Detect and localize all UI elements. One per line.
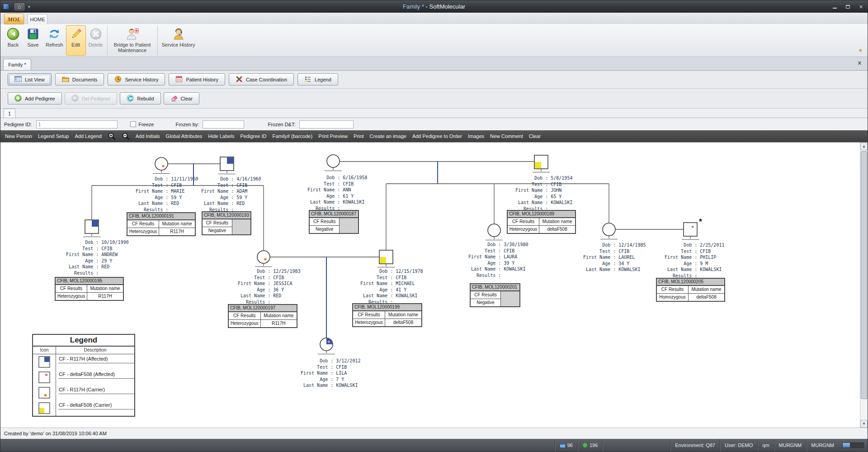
results-cell: deltaF508	[539, 226, 575, 233]
menu-item-images[interactable]: Images	[468, 133, 484, 139]
person-field-last-name: Last Name : RED	[201, 200, 261, 207]
status-item-murgnm-2: MURGNM	[806, 439, 839, 452]
person-field-first-name: First Name : PHILIP	[665, 254, 724, 261]
results-col-header: Mutation name	[385, 311, 421, 319]
edit-icon	[69, 27, 83, 41]
menu-item-add-pedigree-to-order[interactable]: Add Pedigree to Order	[412, 133, 462, 139]
pedigree-canvas[interactable]: * Dob : 11/11/1960 Test : CFIBFirst Name…	[0, 143, 860, 428]
quick-access-dropdown-icon[interactable]: ▾	[28, 5, 30, 9]
results-table-header: CF ResultsMutation name	[56, 285, 123, 293]
ribbon-button-bridge-to-patient-maintenance[interactable]: Bridge to Patient Maintenance	[107, 25, 156, 56]
scrollbar-thumb[interactable]	[861, 151, 867, 399]
view-button-documents[interactable]: Documents	[55, 73, 104, 86]
results-table-header: CF ResultsMutation name	[657, 286, 724, 294]
pedigree-symbol-ann[interactable]	[327, 155, 340, 167]
maximize-button[interactable]	[841, 0, 854, 13]
pedigree-id-input[interactable]	[36, 120, 118, 128]
ribbon-button-label: Edit	[71, 42, 80, 48]
menu-item-family-barcode[interactable]: Family# (barcode)	[273, 133, 313, 139]
ribbon-button-edit[interactable]: Edit	[66, 25, 86, 56]
menu-item-create-an-image[interactable]: Create an image	[370, 133, 406, 139]
results-col-header: Mutation name	[159, 220, 195, 228]
status-spacer	[602, 439, 670, 452]
view-button-list-view[interactable]: List View	[8, 73, 52, 86]
results-table-row: HomozygousdeltaF508	[657, 294, 724, 301]
pedigree-symbol-marie[interactable]	[155, 157, 168, 170]
menu-item-clear[interactable]: Clear	[529, 133, 541, 139]
marker-r117h-affected	[227, 157, 233, 164]
menu-item-add-legend[interactable]: Add Legend	[75, 133, 101, 139]
scroll-up-icon[interactable]: ▲	[860, 143, 868, 150]
legend-marker-icon	[33, 354, 56, 370]
view-button-service-history[interactable]: Service History	[108, 73, 165, 86]
zoom-in-icon[interactable]	[108, 132, 116, 140]
close-button[interactable]: ×	[854, 0, 868, 13]
view-button-patient-history[interactable]: Patient History	[169, 73, 225, 86]
view-button-legend[interactable]: Legend	[297, 73, 338, 86]
app-icon	[3, 4, 9, 10]
menu-item-new-comment[interactable]: New Comment	[490, 133, 523, 139]
menu-item-print[interactable]: Print	[354, 133, 364, 139]
vertical-scrollbar[interactable]: ▲ ▼	[860, 143, 868, 428]
scrollbar-track[interactable]	[860, 150, 868, 420]
freeze-checkbox[interactable]	[130, 121, 136, 127]
menu-item-hide-labels[interactable]: Hide Labels	[208, 133, 234, 139]
pedigree-page-tab-1[interactable]: 1	[4, 109, 15, 118]
home-quick-access-button[interactable]: ⌂	[14, 2, 25, 11]
person-field-first-name: First Name : JOHN	[515, 187, 572, 194]
frozen-dt-input[interactable]	[299, 120, 354, 128]
results-col-header: Mutation name	[261, 312, 297, 319]
tab-home[interactable]: HOME	[28, 14, 47, 24]
person-field-dob: Dob : 3/12/2012	[301, 358, 360, 364]
delete-icon	[89, 27, 103, 41]
zoom-out-icon[interactable]	[122, 132, 130, 140]
menu-item-global-attributes[interactable]: Global Attributes	[166, 133, 203, 139]
menu-item-print-preview[interactable]: Print Preview	[318, 133, 348, 139]
results-cell: deltaF508	[689, 294, 724, 301]
view-button-label: List View	[25, 77, 45, 82]
record-count-icon	[582, 442, 588, 448]
legend-marker-icon	[33, 370, 56, 385]
legend-box: LegendIconDescriptionCF - R117H (Affecte…	[32, 334, 135, 417]
back-icon	[6, 27, 20, 41]
menu-item-legend-setup[interactable]: Legend Setup	[38, 133, 69, 139]
pedigree-button-rebuild[interactable]: Rebuild	[120, 92, 160, 105]
add-icon	[14, 95, 22, 103]
application-menu-button[interactable]: MOL	[4, 14, 24, 25]
list-view-icon	[14, 76, 22, 84]
person-field-test: Test : CFIB	[66, 246, 128, 252]
close-document-icon[interactable]: ✕	[857, 60, 862, 66]
person-field-test: Test : CFIB	[360, 275, 423, 281]
menu-item-new-person[interactable]: New Person	[5, 133, 32, 139]
person-field-age: Age : 65 Y	[515, 194, 572, 200]
frozen-by-input[interactable]	[203, 120, 244, 128]
results-table-title: CFIB, MOL120000189	[508, 211, 575, 218]
ribbon-button-refresh[interactable]: Refresh	[43, 25, 66, 56]
scroll-down-icon[interactable]: ▼	[860, 420, 868, 428]
service-history-icon	[114, 76, 122, 84]
menu-item-add-initials[interactable]: Add Initials	[136, 133, 160, 139]
results-col-header: CF Results	[657, 286, 689, 293]
ribbon-button-label: Save	[27, 42, 38, 48]
results-table-title: CFIB, MOL120000201	[471, 284, 519, 291]
pedigree-button-add-pedigree[interactable]: Add Pedigree	[8, 92, 62, 105]
pedigree-symbol-philip[interactable]	[684, 223, 697, 236]
pedigree-chart-menu: New PersonLegend SetupAdd LegendAdd Init…	[0, 130, 868, 142]
ribbon-button-service-history[interactable]: Service History	[157, 25, 198, 56]
document-tab-family[interactable]: Family *	[3, 59, 31, 70]
pedigree-button-clear[interactable]: Clear	[164, 92, 199, 105]
refresh-icon	[47, 27, 61, 41]
minimize-button[interactable]	[828, 0, 841, 13]
person-field-age: Age : 39 Y	[468, 260, 528, 266]
view-button-case-coordination[interactable]: Case Coordination	[229, 73, 294, 86]
rebuild-icon	[127, 95, 134, 103]
person-field-age: Age : 7 Y	[301, 376, 360, 383]
pedigree-symbol-laurel[interactable]	[603, 223, 615, 236]
pedigree-symbol-jessica[interactable]	[257, 251, 270, 263]
ribbon-button-back[interactable]: Back	[3, 25, 23, 56]
pedigree-symbol-laura[interactable]	[488, 224, 500, 237]
person-field-age: Age : 59 Y	[136, 195, 198, 201]
menu-item-pedigree-id[interactable]: Pedigree ID	[240, 133, 266, 139]
results-col-header	[232, 219, 250, 227]
ribbon-button-save[interactable]: Save	[23, 25, 43, 56]
